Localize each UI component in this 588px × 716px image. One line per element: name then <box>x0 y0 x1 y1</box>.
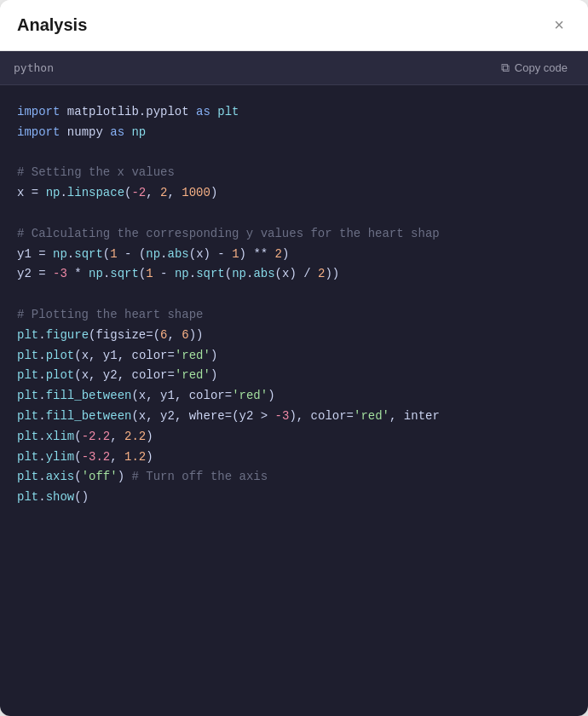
copy-icon: ⧉ <box>501 61 510 75</box>
modal-container: Analysis × python ⧉ Copy code import mat… <box>0 0 588 716</box>
close-button[interactable]: × <box>547 14 571 38</box>
modal-title: Analysis <box>17 15 87 35</box>
copy-code-button[interactable]: ⧉ Copy code <box>494 58 574 78</box>
copy-label: Copy code <box>515 61 568 74</box>
code-wrapper: python ⧉ Copy code import matplotlib.pyp… <box>0 51 588 716</box>
code-toolbar: python ⧉ Copy code <box>0 51 588 85</box>
close-icon: × <box>554 15 564 35</box>
code-language: python <box>14 61 54 74</box>
code-body: import matplotlib.pyplot as plt import n… <box>0 85 588 716</box>
modal-header: Analysis × <box>0 0 588 51</box>
code-content: import matplotlib.pyplot as plt import n… <box>17 102 571 508</box>
